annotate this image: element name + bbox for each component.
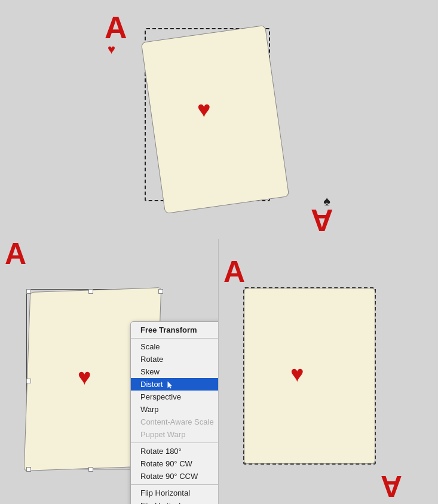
bottom-left-panel: A ♥ A Free Transform Scale Rotate Skew <box>0 239 219 504</box>
menu-item-warp[interactable]: Warp <box>131 403 219 416</box>
menu-item-free-transform[interactable]: Free Transform <box>131 324 219 336</box>
br-corner-a-br: A <box>381 471 402 501</box>
transform-handle-bm[interactable] <box>88 467 93 472</box>
transform-handle-ml[interactable] <box>26 379 31 383</box>
menu-item-distort[interactable]: Distort <box>131 378 219 391</box>
top-panel: A ♥ ♥ A ♠ <box>0 0 438 239</box>
menu-item-scale[interactable]: Scale <box>131 340 219 353</box>
bl-corner-a-tl: A <box>5 239 26 269</box>
menu-separator-1 <box>131 338 219 339</box>
menu-separator-2 <box>131 442 219 443</box>
transform-handle-tl[interactable] <box>26 289 31 294</box>
menu-item-flip-horizontal[interactable]: Flip Horizontal <box>131 487 219 499</box>
menu-item-puppet-warp[interactable]: Puppet Warp <box>131 428 219 441</box>
bottom-right-panel: A ♥ A <box>219 239 438 504</box>
menu-item-content-aware-scale[interactable]: Content-Aware Scale <box>131 416 219 428</box>
card-heart-br: ♥ <box>290 361 304 387</box>
transform-handle-tm[interactable] <box>88 289 93 294</box>
menu-item-rotate[interactable]: Rotate <box>131 353 219 365</box>
menu-item-perspective[interactable]: Perspective <box>131 391 219 403</box>
corner-a-bottom-right: A <box>311 205 333 236</box>
transform-handle-tr[interactable] <box>158 289 163 294</box>
menu-item-rotate-90ccw[interactable]: Rotate 90° CCW <box>131 470 219 483</box>
menu-item-skew[interactable]: Skew <box>131 365 219 378</box>
corner-spade-bottom-right: ♠ <box>323 193 330 209</box>
menu-item-rotate-90cw[interactable]: Rotate 90° CW <box>131 457 219 470</box>
playing-card-top <box>141 25 289 214</box>
menu-separator-3 <box>131 484 219 485</box>
distort-label: Distort <box>140 380 163 389</box>
corner-heart-top-left: ♥ <box>108 42 115 57</box>
svg-marker-0 <box>168 382 172 388</box>
corner-a-top-left: A <box>105 12 127 43</box>
menu-item-flip-vertical[interactable]: Flip Vertical <box>131 499 219 504</box>
context-menu: Free Transform Scale Rotate Skew Distort… <box>130 321 219 504</box>
br-corner-a-tl: A <box>223 257 245 287</box>
menu-item-rotate-180[interactable]: Rotate 180° <box>131 445 219 457</box>
transform-handle-bl[interactable] <box>26 467 31 472</box>
bottom-panels: A ♥ A Free Transform Scale Rotate Skew <box>0 239 438 504</box>
card-heart-bl: ♥ <box>78 364 91 390</box>
card-heart-top: ♥ <box>197 97 211 122</box>
card-br-dashed <box>243 287 376 465</box>
cursor-icon <box>167 382 173 389</box>
top-panel-inner: A ♥ ♥ A ♠ <box>0 0 438 239</box>
